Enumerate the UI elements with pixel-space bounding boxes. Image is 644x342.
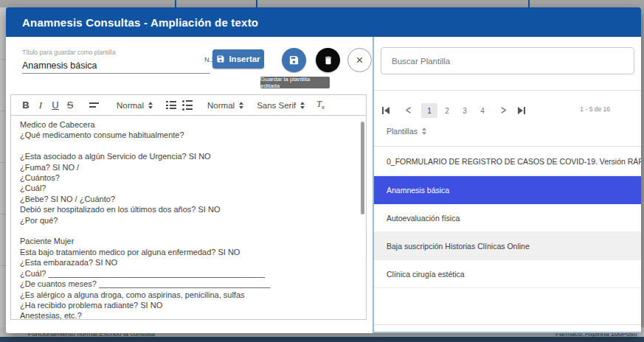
clear-formatting-icon[interactable]: Tx xyxy=(316,99,325,111)
size-select[interactable]: Normal xyxy=(207,101,243,110)
column-divider xyxy=(528,0,530,7)
template-row[interactable]: Baja suscripción Historias Clínicas Onli… xyxy=(374,232,641,260)
last-page-button[interactable] xyxy=(518,107,525,114)
template-title-input[interactable] xyxy=(22,57,210,74)
close-button[interactable]: × xyxy=(347,48,372,72)
font-select[interactable]: Sans Serif xyxy=(257,101,305,110)
range-label: 1 - 5 de 16 xyxy=(580,105,610,113)
screen: 1 Funcionamiento normal:Escribo la consu… xyxy=(0,0,644,342)
editor-line: ¿Cuántos? xyxy=(20,172,356,183)
template-row[interactable]: Clínica cirugía estética xyxy=(374,260,641,288)
chevron-updown-icon xyxy=(239,102,243,109)
save-icon xyxy=(288,55,300,66)
editor-body[interactable]: Medico de Cabecera¿Qué medicamento consu… xyxy=(20,119,356,320)
template-row[interactable]: 0_FORMULARIO DE REGISTRO DE CASOS DE COV… xyxy=(374,147,641,176)
editor-line xyxy=(20,226,356,236)
editor-line: ¿Cuál? xyxy=(20,183,356,193)
bold-button[interactable]: B xyxy=(18,97,33,114)
insert-button[interactable]: Insertar xyxy=(212,49,264,69)
italic-button[interactable]: I xyxy=(33,97,48,114)
next-page-button[interactable]: > xyxy=(501,105,506,116)
chevron-updown-icon xyxy=(148,102,153,109)
editor-line: ¿Fuma? SI NO / xyxy=(20,162,356,172)
first-page-button[interactable] xyxy=(382,107,389,114)
align-icon[interactable] xyxy=(89,102,99,108)
editor-line: Paciente Mujer xyxy=(20,236,356,246)
chevron-updown-icon xyxy=(300,102,305,109)
strikethrough-button[interactable]: S xyxy=(63,97,77,114)
divider xyxy=(374,324,641,325)
size-value: Normal xyxy=(207,101,235,110)
delete-template-button[interactable] xyxy=(316,48,340,72)
background-bottom-bar xyxy=(0,337,644,342)
column-divider xyxy=(256,0,257,7)
page-button[interactable]: 4 xyxy=(474,103,491,118)
template-row[interactable]: Autoevaluación física xyxy=(374,204,641,232)
search-template-input[interactable] xyxy=(381,47,634,74)
anamnesis-dialog: Anamnesis Consultas - Ampliación de text… xyxy=(6,7,641,333)
ordered-list-icon[interactable] xyxy=(166,101,176,109)
divider xyxy=(374,90,641,91)
templates-panel: < 1234 > 1 - 5 de 16 Plantillas 0_FORMUL… xyxy=(374,37,641,333)
editor-line: ¿Cuál? _________________________________… xyxy=(20,268,356,279)
header-format-value: Normal xyxy=(117,101,144,110)
background-header-strip xyxy=(0,0,644,7)
trash-icon xyxy=(323,55,333,66)
template-title-label: Título para guardar como plantilla xyxy=(22,49,116,56)
editor-line: Debió ser hospitalizado en los últimos d… xyxy=(20,204,356,214)
editor-line: ¿Por qué? xyxy=(20,215,356,226)
save-template-button[interactable] xyxy=(282,48,306,72)
page-button[interactable]: 2 xyxy=(439,103,455,118)
background-left-strip: 1 xyxy=(0,7,6,342)
insert-button-label: Insertar xyxy=(229,55,260,63)
paginator: < 1234 > 1 - 5 de 16 xyxy=(374,102,641,119)
editor-line xyxy=(20,141,356,151)
save-tooltip: Guardar la plantilla editada xyxy=(260,77,330,88)
editor-line: Esta bajo tratamiento medico por alguna … xyxy=(20,247,356,257)
editor-line: ¿Bebe? SI NO / ¿Cuánto? xyxy=(20,194,356,204)
plantillas-header-label: Plantillas xyxy=(387,127,418,136)
bullet-list-icon[interactable] xyxy=(182,100,193,111)
save-icon xyxy=(216,55,225,63)
underline-button[interactable]: U xyxy=(48,97,63,114)
editor-container: Medico de Cabecera¿Qué medicamento consu… xyxy=(10,116,367,320)
dialog-header: Anamnesis Consultas - Ampliación de text… xyxy=(6,7,641,37)
editor-line: ¿Ha recibido problema radiante? SI NO xyxy=(20,300,356,310)
column-divider xyxy=(175,0,176,7)
background-right-strip xyxy=(641,0,644,342)
editor-line: ¿Qué medicamento consume habitualmente? xyxy=(20,130,356,140)
editor-line: ¿Esta embarazada? SI NO xyxy=(20,257,356,268)
previous-page-button[interactable]: < xyxy=(406,105,411,116)
editor-line: ¿Es alérgico a alguna droga, como aspiri… xyxy=(20,290,356,300)
font-value: Sans Serif xyxy=(257,101,296,110)
page-button[interactable]: 1 xyxy=(421,103,437,118)
close-icon: × xyxy=(356,54,364,66)
editor-line: ¿Esta asociado a algún Servicio de Urgen… xyxy=(20,151,356,161)
plantillas-column-header[interactable]: Plantillas xyxy=(387,127,426,136)
template-rows: 0_FORMULARIO DE REGISTRO DE CASOS DE COV… xyxy=(374,147,641,288)
page-button[interactable]: 3 xyxy=(457,103,473,118)
editor-toolbar: B I U S Normal Normal xyxy=(10,94,367,116)
editor-line: Medico de Cabecera xyxy=(20,119,356,130)
editor-line: Anestesias, etc.? ______________________… xyxy=(20,310,356,320)
sort-icon xyxy=(422,128,426,135)
editor-line: ¿De cuantos meses? _____________________… xyxy=(20,279,356,289)
editor-scrollbar[interactable] xyxy=(361,122,364,214)
header-format-select[interactable]: Normal xyxy=(117,101,153,110)
dialog-title: Anamnesis Consultas - Ampliación de text… xyxy=(22,16,258,29)
page-numbers: 1234 xyxy=(421,103,492,118)
template-row[interactable]: Anamnesis básica xyxy=(374,176,641,204)
